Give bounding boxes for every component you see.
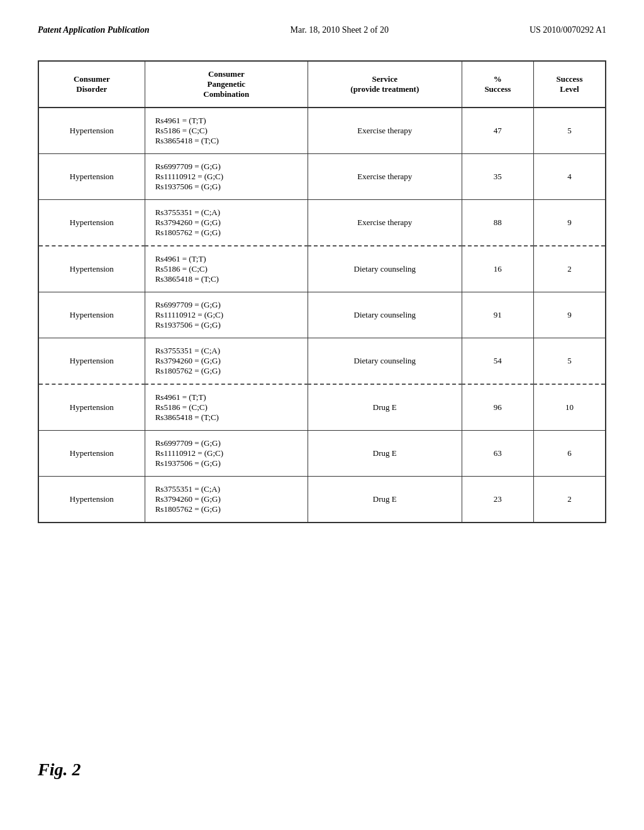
cell-combination: Rs4961 = (T;T)Rs5186 = (C;C)Rs3865418 = … — [145, 246, 308, 292]
cell-percent-success: 88 — [462, 200, 533, 246]
data-table: ConsumerDisorder ConsumerPangeneticCombi… — [39, 62, 605, 522]
cell-success-level: 5 — [534, 108, 605, 154]
cell-combination: Rs4961 = (T;T)Rs5186 = (C;C)Rs3865418 = … — [145, 384, 308, 431]
cell-disorder: Hypertension — [39, 431, 145, 477]
table-row: HypertensionRs3755351 = (C;A)Rs3794260 =… — [39, 477, 605, 523]
cell-disorder: Hypertension — [39, 477, 145, 523]
cell-disorder: Hypertension — [39, 292, 145, 338]
col-header-combination: ConsumerPangeneticCombination — [145, 62, 308, 108]
cell-service: Exercise therapy — [308, 200, 462, 246]
header-publication-label: Patent Application Publication — [38, 25, 150, 35]
cell-success-level: 4 — [534, 154, 605, 200]
page-header: Patent Application Publication Mar. 18, … — [38, 25, 606, 35]
cell-disorder: Hypertension — [39, 108, 145, 154]
table-row: HypertensionRs4961 = (T;T)Rs5186 = (C;C)… — [39, 384, 605, 431]
cell-service: Drug E — [308, 431, 462, 477]
cell-success-level: 10 — [534, 384, 605, 431]
cell-disorder: Hypertension — [39, 154, 145, 200]
cell-disorder: Hypertension — [39, 338, 145, 385]
data-table-container: ConsumerDisorder ConsumerPangeneticCombi… — [38, 60, 606, 523]
cell-percent-success: 16 — [462, 246, 533, 292]
header-patent-number: US 2010/0070292 A1 — [530, 25, 606, 35]
cell-disorder: Hypertension — [39, 246, 145, 292]
cell-service: Drug E — [308, 384, 462, 431]
col-header-service: Service(provide treatment) — [308, 62, 462, 108]
cell-success-level: 9 — [534, 292, 605, 338]
table-row: HypertensionRs3755351 = (C;A)Rs3794260 =… — [39, 200, 605, 246]
table-row: HypertensionRs3755351 = (C;A)Rs3794260 =… — [39, 338, 605, 385]
cell-success-level: 2 — [534, 477, 605, 523]
cell-combination: Rs3755351 = (C;A)Rs3794260 = (G;G)Rs1805… — [145, 477, 308, 523]
cell-service: Dietary counseling — [308, 292, 462, 338]
table-row: HypertensionRs6997709 = (G;G)Rs11110912 … — [39, 292, 605, 338]
cell-combination: Rs3755351 = (C;A)Rs3794260 = (G;G)Rs1805… — [145, 338, 308, 385]
cell-percent-success: 54 — [462, 338, 533, 385]
col-header-disorder: ConsumerDisorder — [39, 62, 145, 108]
cell-percent-success: 47 — [462, 108, 533, 154]
page: Patent Application Publication Mar. 18, … — [0, 0, 644, 830]
table-row: HypertensionRs6997709 = (G;G)Rs11110912 … — [39, 154, 605, 200]
cell-percent-success: 23 — [462, 477, 533, 523]
cell-combination: Rs6997709 = (G;G)Rs11110912 = (G;C)Rs193… — [145, 431, 308, 477]
cell-service: Exercise therapy — [308, 154, 462, 200]
table-row: HypertensionRs4961 = (T;T)Rs5186 = (C;C)… — [39, 246, 605, 292]
cell-disorder: Hypertension — [39, 200, 145, 246]
cell-success-level: 5 — [534, 338, 605, 385]
cell-combination: Rs3755351 = (C;A)Rs3794260 = (G;G)Rs1805… — [145, 200, 308, 246]
header-date-sheet: Mar. 18, 2010 Sheet 2 of 20 — [291, 25, 389, 35]
cell-disorder: Hypertension — [39, 384, 145, 431]
cell-percent-success: 91 — [462, 292, 533, 338]
figure-label: Fig. 2 — [38, 760, 80, 780]
col-header-percent-success: %Success — [462, 62, 533, 108]
cell-success-level: 9 — [534, 200, 605, 246]
cell-percent-success: 96 — [462, 384, 533, 431]
table-row: HypertensionRs6997709 = (G;G)Rs11110912 … — [39, 431, 605, 477]
cell-service: Drug E — [308, 477, 462, 523]
table-header-row: ConsumerDisorder ConsumerPangeneticCombi… — [39, 62, 605, 108]
col-header-success-level: SuccessLevel — [534, 62, 605, 108]
table-row: HypertensionRs4961 = (T;T)Rs5186 = (C;C)… — [39, 108, 605, 154]
cell-percent-success: 63 — [462, 431, 533, 477]
cell-combination: Rs4961 = (T;T)Rs5186 = (C;C)Rs3865418 = … — [145, 108, 308, 154]
cell-service: Dietary counseling — [308, 338, 462, 385]
cell-service: Exercise therapy — [308, 108, 462, 154]
cell-combination: Rs6997709 = (G;G)Rs11110912 = (G;C)Rs193… — [145, 292, 308, 338]
cell-success-level: 6 — [534, 431, 605, 477]
cell-success-level: 2 — [534, 246, 605, 292]
cell-service: Dietary counseling — [308, 246, 462, 292]
cell-combination: Rs6997709 = (G;G)Rs11110912 = (G;C)Rs193… — [145, 154, 308, 200]
cell-percent-success: 35 — [462, 154, 533, 200]
